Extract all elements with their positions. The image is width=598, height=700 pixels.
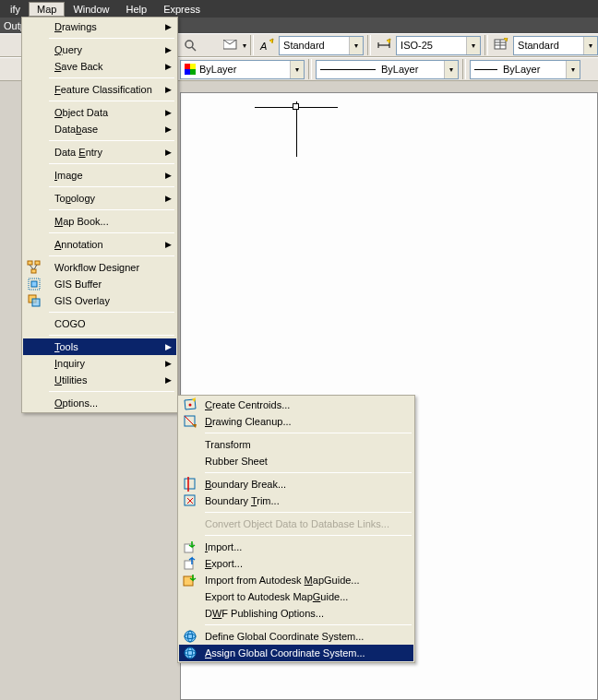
menu-item-map[interactable]: Map — [29, 2, 65, 17]
menu-item-utilities[interactable]: Utilities▶ — [23, 372, 176, 388]
menu-item-modify[interactable]: ify — [2, 2, 29, 17]
menu-item-options[interactable]: Options... — [23, 395, 176, 411]
toolbar-separator — [250, 35, 254, 55]
workflow-icon — [27, 260, 43, 275]
bbreak-icon — [181, 476, 199, 492]
menu-item-label: COGO — [49, 318, 86, 329]
dropdown-arrow-icon[interactable]: ▾ — [566, 61, 580, 78]
submenu-arrow-icon: ▶ — [165, 108, 172, 117]
menu-item-label: Workflow Designer — [49, 262, 139, 273]
search-icon[interactable] — [180, 35, 199, 55]
menu-item-export-to-autodesk-mapguide[interactable]: Export to Autodesk MapGuide... — [179, 588, 413, 605]
globe-icon — [181, 645, 199, 661]
menu-item-gis-buffer[interactable]: GIS Buffer — [23, 276, 176, 292]
svg-rect-17 — [35, 261, 40, 265]
mail-icon[interactable] — [221, 35, 241, 55]
menu-item-label: Inquiry — [49, 358, 85, 369]
menu-item-inquiry[interactable]: Inquiry▶ — [23, 355, 176, 372]
menu-item-annotation[interactable]: Annotation▶ — [23, 236, 176, 253]
overlay-icon — [27, 293, 43, 308]
menu-item-database[interactable]: Database▶ — [23, 121, 176, 137]
menu-item-label: Convert Object Data to Database Links... — [201, 518, 389, 529]
menu-item-boundary-trim[interactable]: Boundary Trim... — [179, 492, 413, 509]
menu-item-express[interactable]: Express — [155, 2, 209, 17]
menu-item-boundary-break[interactable]: Boundary Break... — [179, 476, 413, 492]
mgimport-icon — [181, 572, 199, 588]
submenu-arrow-icon: ▶ — [165, 85, 172, 94]
table-style-icon[interactable] — [492, 35, 511, 55]
menu-item-export[interactable]: Export... — [179, 555, 413, 572]
menu-item-query[interactable]: Query▶ — [23, 42, 176, 58]
line-sample-icon — [320, 69, 376, 70]
menu-item-object-data[interactable]: Object Data▶ — [23, 104, 176, 121]
menu-item-workflow-designer[interactable]: Workflow Designer — [23, 259, 176, 276]
svg-rect-13 — [190, 69, 196, 75]
menu-item-assign-global-coordinate-system[interactable]: Assign Global Coordinate System... — [179, 645, 413, 661]
dim-style-combo[interactable]: ISO-25 ▾ — [396, 36, 481, 55]
dropdown-arrow-icon[interactable]: ▾ — [466, 37, 480, 54]
menu-item-label: Options... — [49, 397, 98, 409]
menu-separator — [49, 101, 174, 101]
menu-item-transform[interactable]: Transform — [179, 436, 413, 453]
menu-separator — [205, 512, 412, 513]
menu-item-data-entry[interactable]: Data Entry▶ — [23, 144, 176, 160]
export-icon — [181, 555, 199, 572]
dropdown-arrow-icon[interactable]: ▾ — [444, 61, 458, 78]
menu-item-gis-overlay[interactable]: GIS Overlay — [23, 292, 176, 309]
menu-item-dwf-publishing-options[interactable]: DWF Publishing Options... — [179, 605, 413, 622]
menu-separator — [49, 77, 174, 78]
menu-item-import-from-autodesk-mapguide[interactable]: Import from Autodesk MapGuide... — [179, 572, 413, 588]
dropdown-arrow-icon[interactable]: ▾ — [290, 61, 304, 78]
dim-style-value: ISO-25 — [401, 40, 433, 51]
menu-separator — [49, 186, 174, 187]
text-style-combo[interactable]: Standard ▾ — [279, 36, 364, 55]
table-style-combo[interactable]: Standard ▾ — [513, 36, 598, 55]
menu-item-cogo[interactable]: COGO — [23, 315, 176, 332]
menu-item-window[interactable]: Window — [65, 2, 117, 17]
color-value: ByLayer — [199, 64, 236, 75]
dim-style-icon[interactable] — [375, 35, 394, 55]
toolbar-separator — [462, 59, 466, 79]
map-dropdown-menu: Drawings▶Query▶Save Back▶Feature Classif… — [21, 17, 178, 413]
menu-item-label: DWF Publishing Options... — [201, 608, 324, 619]
menu-item-label: Drawings — [49, 21, 97, 32]
menu-item-import[interactable]: Import... — [179, 539, 413, 555]
menu-item-label: Utilities — [49, 374, 87, 386]
menu-item-topology[interactable]: Topology▶ — [23, 190, 176, 207]
menu-item-label: Map Book... — [49, 216, 109, 227]
menu-item-label: Assign Global Coordinate System... — [201, 647, 365, 658]
dropdown-arrow-icon[interactable]: ▾ — [583, 37, 597, 54]
menu-separator — [49, 335, 174, 336]
menu-item-label: Topology — [49, 193, 95, 204]
blank-icon — [181, 588, 199, 605]
menu-item-create-centroids[interactable]: Create Centroids... — [179, 397, 413, 413]
menu-item-image[interactable]: Image▶ — [23, 167, 176, 184]
menu-separator — [205, 433, 412, 433]
menu-item-label: Feature Classification — [49, 84, 152, 95]
menu-item-drawing-cleanup[interactable]: Drawing Cleanup... — [179, 413, 413, 430]
table-style-value: Standard — [518, 40, 559, 51]
menu-item-help[interactable]: Help — [118, 2, 156, 17]
menu-item-define-global-coordinate-system[interactable]: Define Global Coordinate System... — [179, 628, 413, 645]
submenu-arrow-icon: ▶ — [165, 375, 172, 385]
menu-item-save-back[interactable]: Save Back▶ — [23, 58, 176, 75]
svg-rect-21 — [31, 281, 37, 287]
menu-item-map-book[interactable]: Map Book... — [23, 213, 176, 230]
menu-item-drawings[interactable]: Drawings▶ — [23, 18, 176, 35]
menu-item-rubber-sheet[interactable]: Rubber Sheet — [179, 453, 413, 469]
menu-item-tools[interactable]: Tools▶ — [23, 338, 176, 355]
menu-item-label: Transform — [201, 439, 251, 450]
svg-rect-29 — [185, 479, 195, 489]
dropdown-arrow-icon[interactable]: ▾ — [349, 37, 363, 54]
blank-icon — [181, 605, 199, 622]
lineweight-combo[interactable]: ByLayer ▾ — [470, 60, 580, 79]
menu-item-label: Import from Autodesk MapGuide... — [201, 575, 360, 586]
menu-separator — [49, 38, 174, 39]
submenu-arrow-icon: ▶ — [165, 62, 172, 71]
menu-separator — [205, 535, 412, 536]
menu-item-feature-classification[interactable]: Feature Classification▶ — [23, 81, 176, 98]
linetype-combo[interactable]: ByLayer ▾ — [316, 60, 459, 79]
text-style-icon[interactable]: A — [257, 35, 277, 55]
svg-rect-16 — [28, 261, 32, 265]
color-combo[interactable]: ByLayer ▾ — [180, 60, 305, 79]
